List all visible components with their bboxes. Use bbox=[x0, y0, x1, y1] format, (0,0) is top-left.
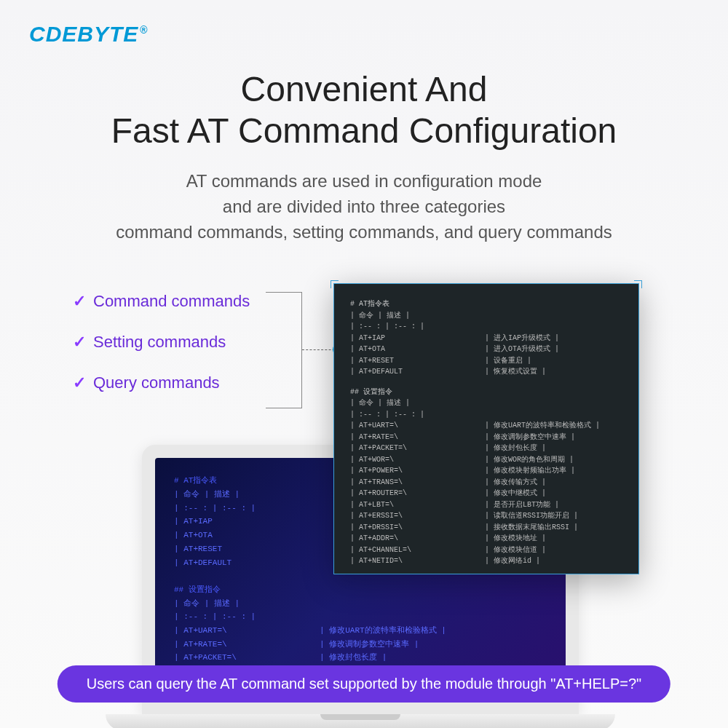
content-area: ✓ Command commands ✓ Setting commands ✓ … bbox=[0, 277, 728, 685]
subhead-line3: command commands, setting commands, and … bbox=[0, 220, 728, 245]
category-label: Command commands bbox=[93, 292, 250, 311]
heading-line1: Convenient And bbox=[0, 69, 728, 109]
checkmark-icon: ✓ bbox=[73, 373, 86, 392]
category-item-setting: ✓ Setting commands bbox=[73, 333, 250, 352]
category-list: ✓ Command commands ✓ Setting commands ✓ … bbox=[73, 292, 250, 414]
terminal-popup: # AT指令表| 命令 | 描述 || :-- : | :-- : || AT+… bbox=[333, 283, 639, 574]
bracket-connector bbox=[266, 292, 302, 408]
main-heading: Convenient And Fast AT Command Configura… bbox=[0, 69, 728, 151]
category-label: Query commands bbox=[93, 373, 220, 392]
brand-logo: CDEBYTE® bbox=[29, 22, 149, 47]
laptop-base bbox=[106, 714, 615, 728]
checkmark-icon: ✓ bbox=[73, 292, 86, 311]
category-label: Setting commands bbox=[93, 333, 226, 352]
subhead-line2: and are divided into three categories bbox=[0, 194, 728, 220]
heading-line2: Fast AT Command Configuration bbox=[0, 111, 728, 151]
registered-mark: ® bbox=[140, 24, 148, 36]
subhead-line1: AT commands are used in configuration mo… bbox=[0, 169, 728, 194]
footer-text: Users can query the AT command set suppo… bbox=[87, 676, 641, 692]
checkmark-icon: ✓ bbox=[73, 333, 86, 352]
category-item-query: ✓ Query commands bbox=[73, 373, 250, 392]
sub-heading: AT commands are used in configuration mo… bbox=[0, 169, 728, 245]
category-item-command: ✓ Command commands bbox=[73, 292, 250, 311]
footer-banner: Users can query the AT command set suppo… bbox=[58, 665, 670, 703]
